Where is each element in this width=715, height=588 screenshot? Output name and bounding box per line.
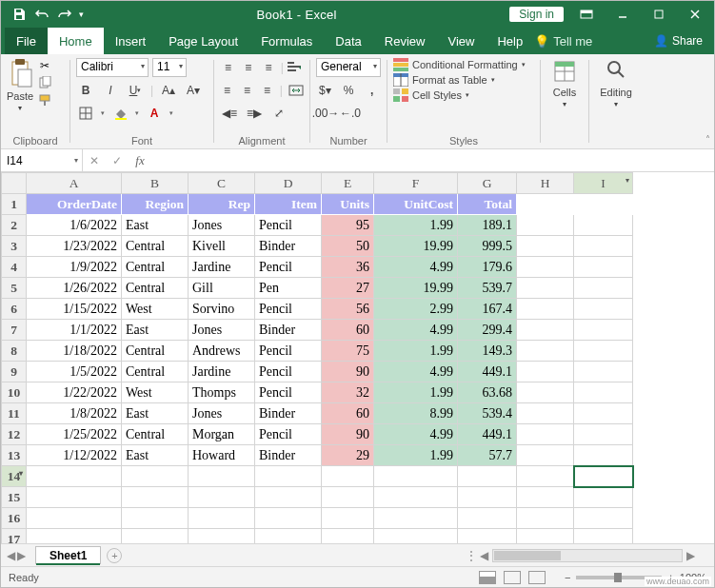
align-middle-icon[interactable]: ≡	[240, 58, 256, 77]
cell-I6[interactable]	[574, 299, 633, 320]
editing-button[interactable]: Editing ▾	[595, 58, 637, 108]
cell-B11[interactable]: East	[122, 403, 189, 424]
header-cell-E[interactable]: Units	[322, 194, 374, 215]
align-center-icon[interactable]: ≡	[240, 81, 254, 100]
tab-file[interactable]: File	[5, 28, 48, 54]
cell-D2[interactable]: Pencil	[255, 215, 322, 236]
cell-B10[interactable]: West	[122, 382, 189, 403]
decrease-font-icon[interactable]: A▾	[184, 81, 203, 100]
cell-A16[interactable]	[27, 508, 122, 529]
align-right-icon[interactable]: ≡	[260, 81, 274, 100]
cell-H13[interactable]	[517, 445, 574, 466]
tab-formulas[interactable]: Formulas	[249, 28, 324, 54]
cell-G15[interactable]	[458, 487, 517, 508]
decrease-indent-icon[interactable]: ◀≡	[220, 104, 239, 123]
row-header-17[interactable]: 17	[2, 529, 27, 544]
cell-B15[interactable]	[122, 487, 189, 508]
cell-B17[interactable]	[122, 529, 189, 544]
cell-E3[interactable]: 50	[322, 236, 374, 257]
cell-G7[interactable]: 299.4	[458, 320, 517, 341]
cell-G4[interactable]: 179.6	[458, 257, 517, 278]
format-as-table-button[interactable]: Format as Table▾	[393, 73, 534, 87]
minimize-icon[interactable]	[609, 1, 636, 28]
cell-B12[interactable]: Central	[122, 424, 189, 445]
borders-icon[interactable]	[76, 104, 95, 123]
worksheet-grid[interactable]: ABCDEFGHI1OrderDateRegionRepItemUnitsUni…	[1, 172, 714, 543]
cell-F16[interactable]	[374, 508, 458, 529]
page-layout-view-icon[interactable]	[504, 571, 521, 584]
cell-I13[interactable]	[574, 445, 633, 466]
cell-G16[interactable]	[458, 508, 517, 529]
font-color-icon[interactable]: A	[145, 104, 164, 123]
cell-B6[interactable]: West	[122, 299, 189, 320]
cell-D8[interactable]: Pencil	[255, 341, 322, 362]
row-header-3[interactable]: 3	[2, 236, 27, 257]
cell-G11[interactable]: 539.4	[458, 403, 517, 424]
cell-styles-button[interactable]: Cell Styles▾	[393, 88, 534, 102]
col-header-I[interactable]: I	[574, 173, 633, 194]
row-header-12[interactable]: 12	[2, 424, 27, 445]
cell-B5[interactable]: Central	[122, 278, 189, 299]
cells-button[interactable]: Cells ▾	[546, 58, 583, 108]
cell-A2[interactable]: 1/6/2022	[27, 215, 122, 236]
sheet-nav-next-icon[interactable]: ▶	[17, 549, 26, 562]
cell-A12[interactable]: 1/25/2022	[27, 424, 122, 445]
cell-E17[interactable]	[322, 529, 374, 544]
cell-C12[interactable]: Morgan	[189, 424, 255, 445]
cell-H9[interactable]	[517, 362, 574, 382]
cell-I12[interactable]	[574, 424, 633, 445]
cell-E6[interactable]: 56	[322, 299, 374, 320]
cell-F9[interactable]: 4.99	[374, 362, 458, 382]
cell-B16[interactable]	[122, 508, 189, 529]
row-header-5[interactable]: 5	[2, 278, 27, 299]
row-header-9[interactable]: 9	[2, 362, 27, 382]
tab-home[interactable]: Home	[48, 28, 104, 54]
cell-B8[interactable]: Central	[122, 341, 189, 362]
conditional-formatting-button[interactable]: Conditional Formatting▾	[393, 58, 534, 71]
wrap-text-icon[interactable]	[288, 58, 304, 77]
cell-G14[interactable]	[458, 466, 517, 487]
cell-F5[interactable]: 19.99	[374, 278, 458, 299]
cell-H10[interactable]	[517, 382, 574, 403]
cell-D12[interactable]: Pencil	[255, 424, 322, 445]
cell-E14[interactable]	[322, 466, 374, 487]
orientation-icon[interactable]: ⤢	[269, 104, 288, 123]
tab-help[interactable]: Help	[486, 28, 534, 54]
cell-F17[interactable]	[374, 529, 458, 544]
cell-C7[interactable]: Jones	[189, 320, 255, 341]
close-icon[interactable]	[682, 1, 708, 28]
row-header-4[interactable]: 4	[2, 257, 27, 278]
underline-button[interactable]: U▾	[126, 81, 145, 100]
cell-B4[interactable]: Central	[122, 257, 189, 278]
tab-page-layout[interactable]: Page Layout	[157, 28, 249, 54]
row-header-14[interactable]: 14	[2, 466, 27, 487]
tell-me[interactable]: 💡 Tell me	[534, 28, 592, 54]
increase-indent-icon[interactable]: ≡▶	[245, 104, 264, 123]
header-cell-B[interactable]: Region	[122, 194, 189, 215]
cell-I7[interactable]	[574, 320, 633, 341]
cell-H2[interactable]	[517, 215, 574, 236]
page-break-view-icon[interactable]	[528, 571, 546, 584]
confirm-formula-icon[interactable]: ✓	[106, 154, 129, 167]
col-header-B[interactable]: B	[122, 173, 189, 194]
save-icon[interactable]	[10, 6, 28, 23]
cell-A7[interactable]: 1/1/2022	[27, 320, 122, 341]
cell-G12[interactable]: 449.1	[458, 424, 517, 445]
col-header-E[interactable]: E	[322, 173, 374, 194]
cell-A15[interactable]	[27, 487, 122, 508]
cell-D11[interactable]: Binder	[255, 403, 322, 424]
cell-H5[interactable]	[517, 278, 574, 299]
cell-F14[interactable]	[374, 466, 458, 487]
cell-E4[interactable]: 36	[322, 257, 374, 278]
cell-D17[interactable]	[255, 529, 322, 544]
cell-I15[interactable]	[574, 487, 633, 508]
cell-B7[interactable]: East	[122, 320, 189, 341]
cell-E8[interactable]: 75	[322, 341, 374, 362]
align-left-icon[interactable]: ≡	[220, 81, 234, 100]
col-header-C[interactable]: C	[189, 173, 255, 194]
cell-D13[interactable]: Binder	[255, 445, 322, 466]
cell-E10[interactable]: 32	[322, 382, 374, 403]
row-header-16[interactable]: 16	[2, 508, 27, 529]
signin-button[interactable]: Sign in	[509, 7, 564, 22]
cell-C2[interactable]: Jones	[189, 215, 255, 236]
